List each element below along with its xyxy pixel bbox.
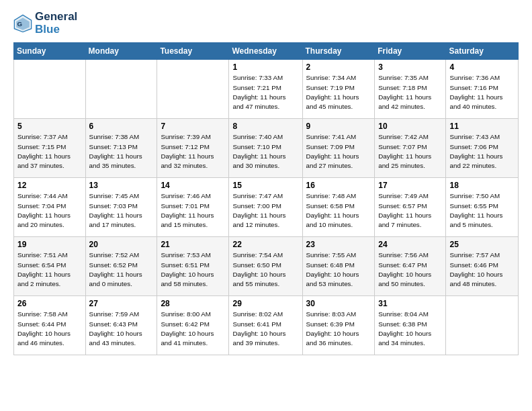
calendar-cell: 13Sunrise: 7:45 AM Sunset: 7:03 PM Dayli… — [85, 178, 157, 237]
day-number: 11 — [449, 122, 515, 131]
day-info: Sunrise: 8:02 AM Sunset: 6:41 PM Dayligh… — [232, 310, 298, 348]
day-number: 9 — [306, 122, 371, 131]
calendar-cell: 14Sunrise: 7:46 AM Sunset: 7:01 PM Dayli… — [157, 178, 229, 237]
calendar-cell: 29Sunrise: 8:02 AM Sunset: 6:41 PM Dayli… — [229, 296, 302, 355]
day-info: Sunrise: 8:03 AM Sunset: 6:39 PM Dayligh… — [306, 310, 371, 348]
calendar-cell: 15Sunrise: 7:47 AM Sunset: 7:00 PM Dayli… — [229, 178, 302, 237]
calendar-cell: 22Sunrise: 7:54 AM Sunset: 6:50 PM Dayli… — [229, 237, 302, 296]
day-number: 26 — [17, 299, 82, 308]
day-info: Sunrise: 7:59 AM Sunset: 6:43 PM Dayligh… — [89, 310, 154, 348]
day-info: Sunrise: 7:39 AM Sunset: 7:12 PM Dayligh… — [161, 132, 225, 171]
calendar-cell — [157, 60, 229, 119]
calendar-cell: 21Sunrise: 7:53 AM Sunset: 6:51 PM Dayli… — [157, 237, 229, 296]
day-info: Sunrise: 7:45 AM Sunset: 7:03 PM Dayligh… — [89, 191, 154, 230]
day-number: 15 — [232, 181, 298, 190]
calendar-cell: 8Sunrise: 7:40 AM Sunset: 7:10 PM Daylig… — [229, 119, 302, 178]
day-number: 19 — [17, 240, 82, 249]
logo-icon: G — [13, 14, 32, 33]
calendar-cell: 12Sunrise: 7:44 AM Sunset: 7:04 PM Dayli… — [14, 178, 86, 237]
day-number: 29 — [232, 299, 298, 308]
day-info: Sunrise: 7:35 AM Sunset: 7:18 PM Dayligh… — [378, 73, 442, 111]
day-info: Sunrise: 7:37 AM Sunset: 7:15 PM Dayligh… — [17, 132, 82, 171]
day-info: Sunrise: 8:04 AM Sunset: 6:38 PM Dayligh… — [378, 310, 442, 348]
day-header-sunday: Sunday — [14, 43, 86, 60]
day-number: 7 — [161, 122, 225, 131]
day-info: Sunrise: 7:50 AM Sunset: 6:55 PM Dayligh… — [449, 191, 515, 230]
calendar-cell: 5Sunrise: 7:37 AM Sunset: 7:15 PM Daylig… — [14, 119, 86, 178]
calendar-cell: 9Sunrise: 7:41 AM Sunset: 7:09 PM Daylig… — [302, 119, 375, 178]
day-header-saturday: Saturday — [446, 43, 519, 60]
day-number: 12 — [17, 181, 82, 190]
calendar-cell: 1Sunrise: 7:33 AM Sunset: 7:21 PM Daylig… — [229, 60, 302, 119]
calendar-cell: 2Sunrise: 7:34 AM Sunset: 7:19 PM Daylig… — [302, 60, 375, 119]
day-number: 28 — [161, 299, 225, 308]
day-info: Sunrise: 7:41 AM Sunset: 7:09 PM Dayligh… — [306, 132, 371, 171]
calendar-cell: 23Sunrise: 7:55 AM Sunset: 6:48 PM Dayli… — [302, 237, 375, 296]
day-number: 2 — [306, 62, 371, 72]
calendar-cell: 27Sunrise: 7:59 AM Sunset: 6:43 PM Dayli… — [85, 296, 157, 355]
day-info: Sunrise: 7:56 AM Sunset: 6:47 PM Dayligh… — [378, 250, 442, 289]
day-header-wednesday: Wednesday — [229, 43, 302, 60]
logo-text: General Blue — [35, 11, 77, 36]
calendar-week-1: 1Sunrise: 7:33 AM Sunset: 7:21 PM Daylig… — [14, 60, 519, 119]
calendar-cell — [14, 60, 86, 119]
calendar-cell: 19Sunrise: 7:51 AM Sunset: 6:54 PM Dayli… — [14, 237, 86, 296]
calendar-cell — [85, 60, 157, 119]
calendar-cell: 24Sunrise: 7:56 AM Sunset: 6:47 PM Dayli… — [375, 237, 446, 296]
day-info: Sunrise: 7:51 AM Sunset: 6:54 PM Dayligh… — [17, 250, 82, 289]
day-info: Sunrise: 7:43 AM Sunset: 7:06 PM Dayligh… — [449, 132, 515, 171]
calendar-cell: 3Sunrise: 7:35 AM Sunset: 7:18 PM Daylig… — [375, 60, 446, 119]
day-number: 14 — [161, 181, 225, 190]
day-number: 21 — [161, 240, 225, 249]
day-header-row: SundayMondayTuesdayWednesdayThursdayFrid… — [14, 43, 519, 60]
calendar-week-4: 19Sunrise: 7:51 AM Sunset: 6:54 PM Dayli… — [14, 237, 519, 296]
day-number: 25 — [449, 240, 515, 249]
day-number: 24 — [378, 240, 442, 249]
day-number: 1 — [232, 62, 298, 72]
calendar-container: G General Blue SundayMondayTuesdayWednes… — [0, 0, 532, 362]
svg-text:G: G — [17, 20, 23, 28]
day-number: 27 — [89, 299, 154, 308]
day-number: 20 — [89, 240, 154, 249]
calendar-cell: 25Sunrise: 7:57 AM Sunset: 6:46 PM Dayli… — [446, 237, 519, 296]
calendar-cell: 10Sunrise: 7:42 AM Sunset: 7:07 PM Dayli… — [375, 119, 446, 178]
day-header-tuesday: Tuesday — [157, 43, 229, 60]
day-info: Sunrise: 7:47 AM Sunset: 7:00 PM Dayligh… — [232, 191, 298, 230]
day-info: Sunrise: 7:33 AM Sunset: 7:21 PM Dayligh… — [232, 73, 298, 111]
calendar-cell: 7Sunrise: 7:39 AM Sunset: 7:12 PM Daylig… — [157, 119, 229, 178]
calendar-cell: 28Sunrise: 8:00 AM Sunset: 6:42 PM Dayli… — [157, 296, 229, 355]
calendar-header: G General Blue — [13, 11, 519, 36]
calendar-week-5: 26Sunrise: 7:58 AM Sunset: 6:44 PM Dayli… — [14, 296, 519, 355]
day-info: Sunrise: 7:40 AM Sunset: 7:10 PM Dayligh… — [232, 132, 298, 171]
day-info: Sunrise: 7:52 AM Sunset: 6:52 PM Dayligh… — [89, 250, 154, 289]
day-info: Sunrise: 7:34 AM Sunset: 7:19 PM Dayligh… — [306, 73, 371, 111]
day-info: Sunrise: 7:42 AM Sunset: 7:07 PM Dayligh… — [378, 132, 442, 171]
day-info: Sunrise: 7:44 AM Sunset: 7:04 PM Dayligh… — [17, 191, 82, 230]
day-info: Sunrise: 7:48 AM Sunset: 6:58 PM Dayligh… — [306, 191, 371, 230]
day-number: 31 — [378, 299, 442, 308]
day-number: 18 — [449, 181, 515, 190]
day-info: Sunrise: 7:36 AM Sunset: 7:16 PM Dayligh… — [449, 73, 515, 111]
day-header-friday: Friday — [375, 43, 446, 60]
day-header-monday: Monday — [85, 43, 157, 60]
calendar-cell: 30Sunrise: 8:03 AM Sunset: 6:39 PM Dayli… — [302, 296, 375, 355]
day-number: 8 — [232, 122, 298, 131]
calendar-cell: 4Sunrise: 7:36 AM Sunset: 7:16 PM Daylig… — [446, 60, 519, 119]
day-number: 4 — [449, 62, 515, 72]
day-info: Sunrise: 7:54 AM Sunset: 6:50 PM Dayligh… — [232, 250, 298, 289]
day-number: 23 — [306, 240, 371, 249]
day-info: Sunrise: 7:57 AM Sunset: 6:46 PM Dayligh… — [449, 250, 515, 289]
calendar-cell: 11Sunrise: 7:43 AM Sunset: 7:06 PM Dayli… — [446, 119, 519, 178]
day-info: Sunrise: 8:00 AM Sunset: 6:42 PM Dayligh… — [161, 310, 225, 348]
logo: G General Blue — [13, 11, 77, 36]
day-info: Sunrise: 7:38 AM Sunset: 7:13 PM Dayligh… — [89, 132, 154, 171]
calendar-cell: 6Sunrise: 7:38 AM Sunset: 7:13 PM Daylig… — [85, 119, 157, 178]
day-number: 16 — [306, 181, 371, 190]
day-info: Sunrise: 7:55 AM Sunset: 6:48 PM Dayligh… — [306, 250, 371, 289]
calendar-week-2: 5Sunrise: 7:37 AM Sunset: 7:15 PM Daylig… — [14, 119, 519, 178]
day-number: 3 — [378, 62, 442, 72]
day-number: 22 — [232, 240, 298, 249]
day-header-thursday: Thursday — [302, 43, 375, 60]
calendar-cell — [446, 296, 519, 355]
day-number: 13 — [89, 181, 154, 190]
